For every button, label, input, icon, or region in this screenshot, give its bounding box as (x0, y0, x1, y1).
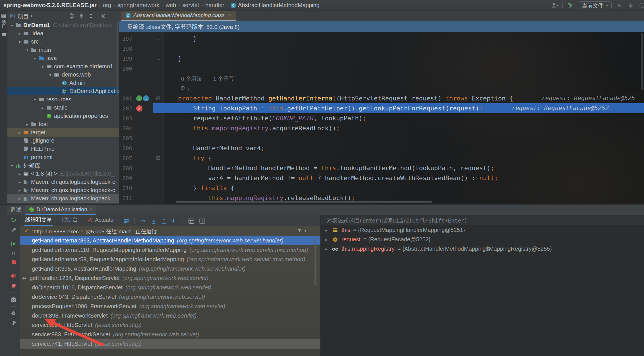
hide-panel-icon[interactable]: − (109, 12, 117, 20)
stack-frame[interactable]: doService:943, DispatcherServlet(org.spr… (20, 292, 320, 302)
chevron-collapsed-icon[interactable]: ▸ (324, 247, 329, 251)
code-line-206[interactable]: 206 HandlerMethod var4; (119, 143, 644, 153)
code-viewport[interactable]: 197 }198199 }2000 个用法1 个重写∨201↑↓ protect… (119, 32, 644, 204)
debug-button[interactable] (627, 2, 634, 9)
tree-item-java[interactable]: ▾java (7, 54, 119, 62)
tree-item-dirdemo1[interactable]: ▾DirDemo1C:\Users\xinyi\Desktop\ (7, 21, 119, 29)
code-line-209[interactable]: 209 var4 = handlerMethod != null ? handl… (119, 173, 644, 183)
is-overridden-icon[interactable]: ↓ (143, 95, 149, 101)
run-configuration-select[interactable]: 当前文件 ▾ (578, 1, 612, 9)
chevron-expanded-icon[interactable]: ▾ (17, 40, 22, 44)
tree-item-maven-ch.qos.logback-logback[interactable]: ▸Maven: ch.qos.logback:logback (7, 194, 119, 203)
debug-session-tab[interactable]: DirDemo1Application × (25, 205, 96, 215)
tree-item-resources[interactable]: ▾resources (7, 95, 119, 104)
stripe-folder-button[interactable] (0, 32, 7, 36)
user-icon[interactable]: ▾ (551, 2, 558, 9)
overrides-hint[interactable]: 1 个重写 (213, 75, 234, 82)
step-over-icon[interactable] (140, 219, 146, 224)
code-line-197[interactable]: 197 } (119, 34, 644, 44)
fold-marker[interactable] (153, 96, 163, 100)
chevron-collapsed-icon[interactable]: ▸ (17, 31, 22, 36)
tree-item-help.md[interactable]: MDHELP.md (7, 145, 119, 153)
close-icon[interactable]: × (90, 206, 93, 213)
tree-item-com.example.dirdemo1[interactable]: ▾com.example.dirdemo1 (7, 62, 119, 71)
run-button[interactable] (616, 2, 623, 9)
thread-dump-camera-icon[interactable] (11, 297, 16, 302)
tree-item-static[interactable]: ▸static (7, 104, 119, 112)
variable-row-request[interactable]: ▸prequest = {RequestFacade@5252} (321, 235, 644, 244)
breadcrumb-item[interactable]: servlet (182, 2, 199, 9)
tree-item-application.properties[interactable]: application.properties (7, 112, 119, 120)
variable-row-this[interactable]: ▸this = {RequestMappingHandlerMapping@52… (321, 225, 644, 235)
fold-marker[interactable] (153, 57, 163, 60)
expand-all-icon[interactable] (78, 12, 85, 20)
tree-item-test[interactable]: ▸test (7, 120, 119, 128)
tree-item-admin[interactable]: CAdmin (7, 79, 119, 87)
stack-frame[interactable]: getHandlerInternal:59, RequestMappingInf… (20, 255, 320, 264)
chevron-collapsed-icon[interactable]: ▸ (17, 130, 22, 135)
settings-gear-icon[interactable] (11, 310, 17, 316)
overrides-method-icon[interactable]: ↑ (136, 95, 142, 101)
step-into-icon[interactable] (151, 219, 156, 224)
layout-settings-icon[interactable] (124, 219, 129, 223)
editor-hscrollbar[interactable] (176, 201, 432, 203)
chevron-collapsed-icon[interactable]: ▸ (324, 237, 329, 242)
code-line-202[interactable]: 202✓ String lookupPath = this.getUrlPath… (119, 103, 644, 113)
stack-frame[interactable]: getHandler:395, AbstractHandlerMapping(o… (20, 264, 320, 273)
rerun-icon[interactable]: ↻ (11, 217, 16, 223)
wrench-icon[interactable] (11, 227, 16, 233)
resume-icon[interactable] (11, 241, 16, 247)
annotations-hint-row[interactable]: ∨ (163, 83, 190, 93)
evaluate-expression-input[interactable]: 对表达式求值(Enter)或添加监视(Ctrl+Shift+Enter) (321, 215, 644, 225)
stack-frame[interactable]: service:634, HttpServlet(javax.servlet.h… (20, 320, 320, 330)
build-hammer-icon[interactable] (567, 2, 574, 9)
pin-icon[interactable] (11, 320, 16, 326)
collapse-all-icon[interactable] (87, 12, 95, 20)
chevron-collapsed-icon[interactable]: ▸ (17, 188, 22, 193)
tree-item-dirdemo1application[interactable]: DirDemo1Application (7, 87, 119, 95)
mute-breakpoints-icon[interactable] (11, 283, 16, 289)
usages-hint[interactable]: 0 个用法 (181, 75, 202, 82)
chevron-expanded-icon[interactable]: ▾ (32, 97, 38, 102)
profiler-icon[interactable] (638, 2, 644, 9)
stack-frame[interactable]: getHandlerInternal:110, RequestMappingIn… (20, 245, 320, 255)
chevron-expanded-icon[interactable]: ▾ (9, 163, 15, 168)
code-line-201[interactable]: 201↑↓ protected HandlerMethod getHandler… (119, 93, 644, 103)
code-line-199[interactable]: 199 } (119, 53, 644, 63)
code-line-207[interactable]: 207 try { (119, 153, 644, 163)
evaluate-expression-icon[interactable] (189, 219, 194, 224)
frames-filter[interactable]: ▾ (297, 228, 306, 233)
chevron-down-icon[interactable]: ▾ (31, 14, 32, 18)
tree-item-src[interactable]: ▾src (7, 38, 119, 46)
breadcrumb-item[interactable]: web (166, 2, 176, 9)
view-breakpoints-icon[interactable] (11, 273, 17, 279)
code-line-203[interactable]: 203 request.setAttribute(LOOKUP_PATH, lo… (119, 113, 644, 123)
chevron-expanded-icon[interactable]: ▾ (9, 23, 15, 28)
project-scrollbar[interactable] (117, 22, 118, 96)
code-line-210[interactable]: 210 } finally { (119, 183, 644, 193)
debug-tab--[interactable]: 控制台 (61, 215, 79, 226)
gear-icon[interactable] (100, 12, 107, 20)
stack-frame[interactable]: doDispatch:1016, DispatcherServlet(org.s… (20, 283, 320, 292)
code-line-204[interactable]: 204 this.mappingRegistry.acquireReadLock… (119, 123, 644, 133)
tree-item--[interactable]: ▾外部库 (7, 161, 119, 170)
stack-frame[interactable]: getHandlerInternal:363, AbstractHandlerM… (20, 236, 320, 245)
usages-hint-row[interactable]: 0 个用法1 个重写 (163, 73, 234, 83)
chevron-expanded-icon[interactable]: ▾ (24, 48, 30, 52)
tree-item-pom.xml[interactable]: mpom.xml (7, 153, 119, 161)
close-icon[interactable]: × (228, 12, 232, 19)
breadcrumb-item[interactable]: springframework (117, 2, 160, 9)
project-panel-title[interactable]: 项目 (18, 12, 28, 20)
debug-tab--[interactable]: 线程和变量 (24, 215, 53, 226)
pause-icon[interactable] (11, 251, 16, 256)
stop-icon[interactable] (11, 260, 16, 265)
fold-marker[interactable] (153, 156, 163, 160)
stack-frame[interactable]: service:741, HttpServlet(javax.servlet.h… (20, 339, 320, 349)
code-line-208[interactable]: 208 HandlerMethod handlerMethod = this.l… (119, 163, 644, 173)
locate-file-icon[interactable] (68, 12, 75, 20)
chevron-collapsed-icon[interactable]: ▸ (24, 122, 30, 127)
breadcrumb-item[interactable]: handler (205, 2, 224, 9)
tree-item-.gitignore[interactable]: .gitignore (7, 137, 119, 145)
chevron-collapsed-icon[interactable]: ▸ (17, 196, 22, 201)
stack-frame[interactable]: processRequest:1006, FrameworkServlet(or… (20, 302, 320, 311)
